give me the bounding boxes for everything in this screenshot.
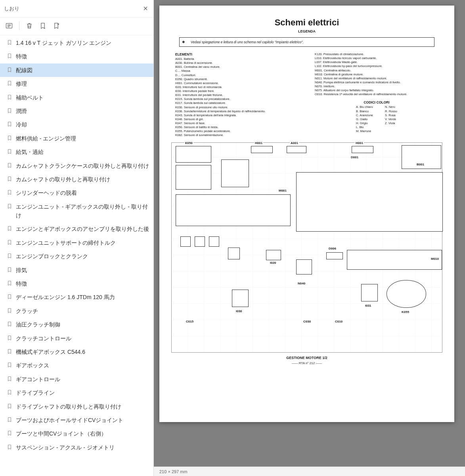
- bookmark-icon: [6, 176, 13, 182]
- m001-block: [176, 194, 291, 226]
- inner-block: [296, 172, 443, 232]
- bookmark-item[interactable]: 機械式ギアボックス C544.6: [0, 345, 153, 359]
- legend-title: LEGENDA: [171, 29, 442, 33]
- delete-icon[interactable]: [24, 21, 34, 31]
- bookmark-label: エンジンとギアボックスのアセンブリを取り外した後: [16, 225, 149, 233]
- bookmark-item[interactable]: カムシャフトクランクケースの取り外しと再取り付け: [0, 159, 153, 173]
- sidebar-toolbar: [0, 17, 153, 35]
- bookmark-label: 特徴: [16, 52, 149, 61]
- bookmark-item[interactable]: クラッチ: [0, 304, 153, 318]
- diagram-box: [176, 146, 211, 163]
- diagram-box: [251, 146, 273, 153]
- bookmark-item[interactable]: 特徴: [0, 277, 153, 290]
- diagram-label: I030: [235, 309, 243, 313]
- diagram-box: [180, 236, 191, 247]
- bookmark-label: クラッチコントロール: [16, 334, 149, 343]
- diagram-box: [352, 146, 373, 153]
- bookmark-item[interactable]: 冷却: [0, 118, 153, 131]
- bookmark-item[interactable]: ギアボックス: [0, 359, 153, 372]
- bookmark-label: 冷却: [16, 120, 149, 129]
- diagram-box: [361, 284, 378, 301]
- diagram-label: M010: [430, 257, 440, 261]
- bookmark-label: エンジンブロックとクランク: [16, 252, 149, 261]
- bookmark-label: 燃料供給 - エンジン管理: [16, 134, 149, 143]
- bookmark-icon: [6, 203, 13, 209]
- sidebar-header: しおり ×: [0, 0, 153, 17]
- bookmark-item[interactable]: 特徴: [0, 50, 153, 63]
- bookmark-label: エンジンユニットサポートの締付トルク: [16, 238, 149, 247]
- bookmark-item[interactable]: 燃料供給 - エンジン管理: [0, 132, 153, 145]
- bookmark-item[interactable]: 潤滑: [0, 104, 153, 118]
- bookmark-label: ギアボックス: [16, 361, 149, 370]
- bookmark-item[interactable]: サスペンション - アクスル - ジオメトリ: [0, 441, 153, 454]
- bookmark-icon: [6, 80, 13, 86]
- bookmark-icon: [6, 376, 13, 382]
- bookmark-item[interactable]: ブーツと中間CVジョイント（右側）: [0, 427, 153, 440]
- bookmark-item[interactable]: 給気・過給: [0, 145, 153, 159]
- colors-heading: CODICI COLORI: [315, 100, 438, 104]
- bookmark-icon: [6, 430, 13, 436]
- bookmark-label: 給気・過給: [16, 148, 149, 156]
- diagram-label: C010: [334, 320, 343, 323]
- diagram-box: [266, 250, 281, 260]
- bookmark-item[interactable]: ドライブシャフトの取り外しと再取り付け: [0, 400, 153, 413]
- bookmark-label: カムシャフトの取り外しと再取り付け: [16, 175, 149, 184]
- bookmark-icon: [6, 335, 13, 341]
- bookmark-item[interactable]: シリンダーヘッドの脱着: [0, 186, 153, 200]
- list-view-icon[interactable]: [4, 21, 14, 31]
- bookmark-label: 排気: [16, 266, 149, 274]
- document-viewer[interactable]: Schemi elettrici LEGENDA Vedasi spiegazi…: [154, 0, 465, 476]
- diagram-box: [296, 259, 312, 274]
- bookmark-label: ドライブライン: [16, 388, 149, 397]
- bookmark-label: ドライブシャフトの取り外しと再取り付け: [16, 402, 149, 411]
- bookmark-item[interactable]: 1.4 16 v T ジェット ガソリン エンジン: [0, 36, 153, 50]
- close-icon[interactable]: ×: [142, 2, 149, 15]
- bookmark-icon: [6, 148, 13, 155]
- bookmark-label: 油圧クラッチ制御: [16, 320, 149, 329]
- bookmark-item[interactable]: ディーゼルエンジン 1.6 JTDm 120 馬力: [0, 290, 153, 304]
- bookmark-item[interactable]: ギアコントロール: [0, 372, 153, 386]
- bookmark-item[interactable]: エンジンブロックとクランク: [0, 250, 153, 263]
- diagram-box: [195, 236, 205, 247]
- sidebar-title: しおり: [4, 5, 19, 12]
- page-title: Schemi elettrici: [171, 17, 442, 28]
- bookmark-add-icon[interactable]: [38, 21, 48, 31]
- bookmark-icon: [6, 416, 13, 423]
- bookmark-icon: [6, 94, 13, 100]
- diagram-label: H001: [355, 141, 364, 145]
- bookmark-star-icon[interactable]: [51, 21, 61, 31]
- bookmark-icon: [6, 239, 13, 246]
- bookmark-label: ディーゼルエンジン 1.6 JTDm 120 馬力: [16, 293, 149, 301]
- bookmark-item[interactable]: ブーツおよびホイールサイドCVジョイント: [0, 413, 153, 427]
- k055-block: [387, 280, 426, 308]
- bookmark-icon: [6, 403, 13, 409]
- bookmark-item[interactable]: 補助ベルト: [0, 91, 153, 104]
- bookmark-icon: [6, 267, 13, 273]
- diagram-label: D006: [328, 247, 337, 250]
- separator: [19, 21, 19, 30]
- diagram-label: I031: [364, 304, 372, 307]
- bookmark-item[interactable]: 排気: [0, 263, 153, 277]
- bookmark-item[interactable]: クラッチコントロール: [0, 332, 153, 345]
- bookmark-label: 補助ベルト: [16, 93, 149, 102]
- bookmark-icon: [6, 189, 13, 196]
- bookmark-item[interactable]: 修理: [0, 77, 153, 90]
- bookmark-label: 機械式ギアボックス C544.6: [16, 347, 149, 356]
- diagram-box: [228, 248, 240, 259]
- bookmark-item[interactable]: 配線図: [0, 63, 153, 77]
- bookmark-icon: [6, 162, 13, 169]
- bookmark-label: サスペンション - アクスル - ジオメトリ: [16, 443, 149, 452]
- bookmark-icon: [6, 444, 13, 450]
- bookmark-item[interactable]: ドライブライン: [0, 386, 153, 399]
- diagram-label: A001: [290, 141, 299, 145]
- bookmarks-list[interactable]: 1.4 16 v T ジェット ガソリン エンジン特徴配線図修理補助ベルト潤滑冷…: [0, 35, 153, 476]
- diagram-label: M001: [278, 189, 287, 192]
- bookmark-icon: [6, 253, 13, 259]
- bookmark-item[interactable]: エンジンユニットサポートの締付トルク: [0, 236, 153, 250]
- bookmark-item[interactable]: エンジンユニット - ギアボックスの取り外し - 取り付け: [0, 200, 153, 223]
- bookmark-icon: [6, 67, 13, 73]
- bookmark-label: エンジンユニット - ギアボックスの取り外し - 取り付け: [16, 202, 149, 220]
- bookmark-item[interactable]: 油圧クラッチ制御: [0, 318, 153, 331]
- bookmark-item[interactable]: カムシャフトの取り外しと再取り付け: [0, 173, 153, 186]
- bookmark-item[interactable]: エンジンとギアボックスのアセンブリを取り外した後: [0, 222, 153, 236]
